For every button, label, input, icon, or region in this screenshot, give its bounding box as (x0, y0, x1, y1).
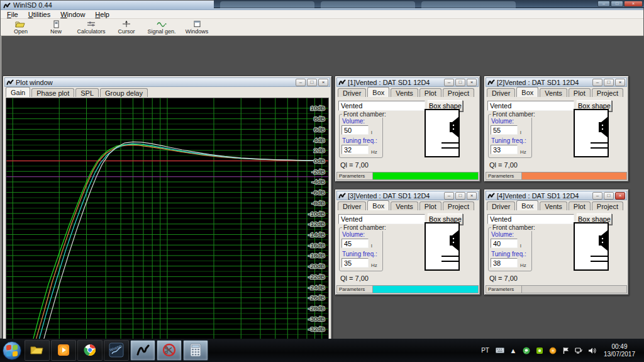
minimize-button[interactable]: – (592, 79, 602, 86)
orange-status-icon[interactable] (548, 346, 557, 355)
tuning-freq-input[interactable] (341, 145, 369, 154)
tab-gain[interactable]: Gain (6, 87, 30, 97)
toolbar-cursor-button[interactable]: Cursor (110, 20, 143, 35)
plot-window-titlebar[interactable]: Plot window – □ × (4, 77, 330, 87)
language-indicator[interactable]: PT (479, 346, 491, 355)
tab-project[interactable]: Project (592, 201, 623, 210)
toolbar-open-button[interactable]: Open (4, 20, 37, 35)
minimize-button[interactable]: – (444, 79, 454, 86)
tab-phase-plot[interactable]: Phase plot (31, 88, 74, 97)
box-type-input[interactable] (487, 101, 574, 111)
gain-plot-svg[interactable]: 10dB8dB6dB4dB2dB0dB-2dB-4dB-6dB-8dB-10dB… (6, 98, 329, 339)
bottom-strip: Parameters (336, 172, 479, 180)
tuning-freq-input[interactable] (491, 145, 518, 154)
tab-driver[interactable]: Driver (338, 201, 366, 210)
toolbar-calculators-button[interactable]: Calculators (75, 20, 108, 35)
taskbar-media-player-button[interactable] (51, 340, 76, 361)
minimize-button[interactable]: – (592, 192, 602, 200)
show-hidden-icon[interactable]: ▲ (509, 346, 518, 355)
start-button[interactable] (0, 340, 24, 361)
close-button[interactable]: × (318, 79, 328, 86)
box-shape-diagram (425, 109, 460, 157)
menu-help[interactable]: Help (90, 10, 114, 19)
volume-icon[interactable] (588, 346, 597, 355)
close-icon[interactable]: × (624, 1, 643, 7)
minimize-button[interactable]: – (444, 192, 454, 200)
chat-icon[interactable] (522, 346, 531, 355)
box-type-input[interactable] (487, 214, 574, 224)
tab-vents[interactable]: Vents (391, 201, 418, 210)
taskbar-snipping-tool-button[interactable] (157, 340, 182, 361)
minimize-button[interactable]: – (296, 79, 306, 86)
tab-plot[interactable]: Plot (569, 201, 591, 210)
close-button[interactable]: × (615, 79, 625, 86)
volume-input[interactable] (491, 125, 518, 135)
restore-button[interactable]: □ (455, 79, 465, 86)
tab-driver[interactable]: Driver (487, 201, 515, 210)
tab-box[interactable]: Box (516, 87, 538, 97)
window-titlebar[interactable]: [3]Vented : DAT SD1 12D4 – □ × (336, 191, 479, 200)
toolbar-new-button[interactable]: New (40, 20, 72, 35)
tab-vents[interactable]: Vents (540, 201, 567, 210)
parameters-tab[interactable]: Parameters (336, 172, 373, 180)
keyboard-icon[interactable] (496, 346, 504, 355)
close-button[interactable]: × (615, 192, 625, 200)
window-title: [3]Vented : DAT SD1 12D4 (348, 192, 443, 200)
menu-file[interactable]: File (2, 10, 23, 19)
tab-project[interactable]: Project (592, 88, 623, 97)
tab-plot[interactable]: Plot (419, 88, 441, 97)
tab-driver[interactable]: Driver (487, 88, 515, 97)
tuning-freq-input[interactable] (491, 258, 518, 268)
menu-utilities[interactable]: Utilities (23, 10, 55, 19)
tab-project[interactable]: Project (443, 88, 474, 97)
minimize-icon[interactable]: – (597, 1, 610, 7)
volume-label: Volume: (491, 231, 514, 238)
tab-group-delay[interactable]: Group delay (100, 88, 148, 97)
volume-input[interactable] (341, 125, 369, 135)
taskbar-explorer-button[interactable] (25, 340, 50, 361)
tab-driver[interactable]: Driver (338, 88, 366, 97)
window-titlebar[interactable]: [1]Vented : DAT SD1 12D4 – □ × (336, 77, 479, 87)
volume-unit: l (371, 243, 372, 249)
taskbar-winisd-pinned-button[interactable]: WinISD (104, 340, 129, 361)
tab-box[interactable]: Box (367, 200, 389, 210)
network-icon[interactable] (575, 346, 584, 355)
restore-button[interactable]: □ (604, 79, 614, 86)
close-button[interactable]: × (467, 79, 477, 86)
window-titlebar[interactable]: [2]Vented : DAT SD1 12D4 – □ × (486, 77, 627, 87)
tab-plot[interactable]: Plot (569, 88, 591, 97)
taskbar-calculator-button[interactable] (183, 340, 208, 361)
start-orb-icon (3, 341, 21, 360)
taskbar-chrome-button[interactable] (77, 340, 103, 361)
box-type-input[interactable] (338, 101, 425, 111)
parameters-tab[interactable]: Parameters (336, 285, 373, 293)
tab-plot[interactable]: Plot (419, 201, 441, 210)
taskbar-winisd-active-button[interactable] (130, 340, 155, 361)
restore-button[interactable]: □ (604, 192, 614, 200)
maximize-icon[interactable]: □ (611, 1, 623, 7)
volume-input[interactable] (491, 239, 518, 248)
tab-vents[interactable]: Vents (391, 88, 418, 97)
tab-project[interactable]: Project (443, 201, 474, 210)
parameters-tab[interactable]: Parameters (486, 172, 522, 180)
tab-box[interactable]: Box (367, 87, 389, 97)
tab-spl[interactable]: SPL (75, 88, 99, 97)
green-app-icon[interactable] (535, 346, 544, 355)
taskbar-clock[interactable]: 00:49 13/07/2017 (601, 343, 640, 358)
restore-button[interactable]: □ (455, 192, 465, 200)
restore-button[interactable]: □ (307, 79, 317, 86)
tab-box[interactable]: Box (516, 200, 538, 210)
tuning-freq-input[interactable] (341, 258, 369, 268)
toolbar-signalgen-button[interactable]: Signal gen. (145, 20, 178, 35)
menu-window[interactable]: Window (55, 10, 90, 19)
winisd-app-icon (3, 2, 11, 9)
toolbar-windows-button[interactable]: Windows (180, 20, 213, 35)
volume-input[interactable] (341, 239, 369, 248)
action-center-flag-icon[interactable] (562, 346, 570, 355)
window-titlebar[interactable]: [4]Vented : DAT SD1 12D4 – □ × (486, 191, 627, 200)
tab-vents[interactable]: Vents (540, 88, 567, 97)
close-button[interactable]: × (467, 192, 477, 200)
box-type-input[interactable] (338, 214, 425, 224)
svg-text:4dB: 4dB (314, 137, 325, 144)
parameters-tab[interactable]: Parameters (486, 285, 522, 293)
